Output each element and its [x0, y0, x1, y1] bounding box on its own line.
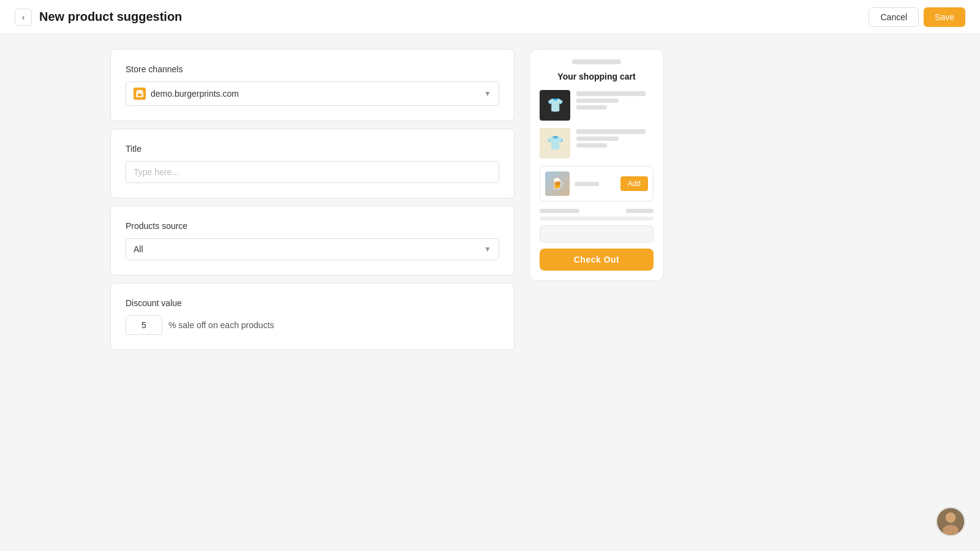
svg-point-5 [946, 512, 956, 523]
chevron-down-icon: ▼ [484, 245, 491, 253]
skeleton-bar [540, 217, 654, 220]
form-area: Store channels demo.burgerprints.com ▼ T… [110, 49, 514, 536]
cart-item-3: 🍺 Add [540, 166, 654, 201]
header: ‹ New product suggestion Cancel Save [0, 0, 980, 34]
cart-item-2-details [576, 128, 654, 148]
page-title: New product suggestion [39, 10, 182, 24]
cart-item-2: 👕 [540, 128, 654, 159]
store-value: demo.burgerprints.com [151, 89, 239, 99]
chevron-down-icon: ▼ [484, 89, 491, 98]
skeleton-bar [576, 129, 646, 134]
cart-item-2-image: 👕 [540, 128, 570, 159]
title-label: Title [126, 144, 499, 154]
cart-item-1: 👕 [540, 90, 654, 121]
products-source-select[interactable]: All ▼ [126, 238, 499, 260]
products-source-label: Products source [126, 221, 499, 231]
skeleton-bar [576, 137, 619, 141]
store-channels-section: Store channels demo.burgerprints.com ▼ [110, 49, 514, 121]
main-content: Store channels demo.burgerprints.com ▼ T… [0, 34, 980, 551]
header-left: ‹ New product suggestion [15, 9, 182, 26]
discount-input[interactable] [126, 315, 162, 335]
back-button[interactable]: ‹ [15, 9, 32, 26]
skeleton-bar [576, 105, 607, 110]
coupon-input[interactable] [540, 225, 654, 242]
cart-header-bar [572, 59, 621, 64]
products-source-value: All [134, 244, 143, 254]
discount-row: % sale off on each products [126, 315, 499, 335]
store-icon [134, 88, 146, 100]
tshirt-icon: 👕 [547, 97, 564, 113]
cart-card: Your shopping cart 👕 👕 [529, 49, 664, 281]
cart-item-1-image: 👕 [540, 90, 570, 121]
cart-footer-totals [540, 209, 654, 213]
skeleton-bar [576, 91, 646, 96]
skeleton-bar [626, 209, 654, 213]
discount-suffix: % sale off on each products [168, 320, 274, 330]
skeleton-bar [576, 143, 607, 148]
cart-item-3-image: 🍺 [545, 171, 570, 196]
cart-item-1-details [576, 90, 654, 110]
add-button[interactable]: Add [620, 176, 648, 191]
header-right: Cancel Save [869, 7, 965, 27]
avatar[interactable] [936, 507, 965, 536]
svg-rect-1 [138, 94, 141, 96]
store-channels-select[interactable]: demo.burgerprints.com ▼ [126, 81, 499, 106]
cart-title: Your shopping cart [540, 72, 654, 81]
title-input[interactable] [126, 161, 499, 183]
discount-section: Discount value % sale off on each produc… [110, 283, 514, 350]
save-button[interactable]: Save [924, 7, 965, 27]
avatar-image [937, 508, 964, 535]
cancel-button[interactable]: Cancel [869, 7, 919, 27]
skeleton-bar [540, 209, 579, 213]
products-source-section: Products source All ▼ [110, 206, 514, 276]
preview-panel: Your shopping cart 👕 👕 [529, 49, 664, 536]
cart-footer: Check Out [540, 209, 654, 271]
discount-label: Discount value [126, 298, 499, 308]
checkout-button[interactable]: Check Out [540, 249, 654, 271]
store-channels-label: Store channels [126, 64, 499, 74]
skeleton-bar [576, 99, 619, 103]
tshirt-icon: 👕 [547, 135, 564, 151]
cart-item-3-right: Add [575, 176, 648, 191]
title-section: Title [110, 129, 514, 198]
skeleton-bar [575, 182, 599, 186]
